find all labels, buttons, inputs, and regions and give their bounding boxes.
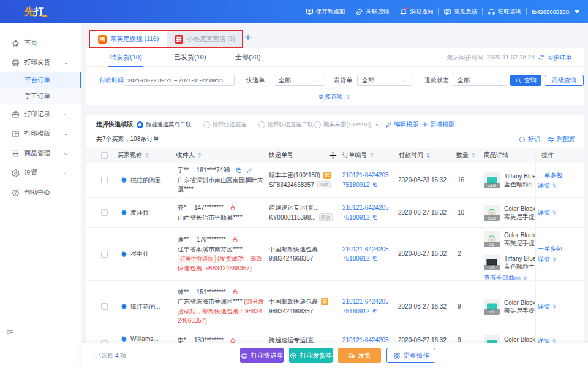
topbar-item-保存到桌面[interactable]: 保存到桌面 bbox=[306, 8, 345, 16]
refund-status-select[interactable]: 全部 bbox=[453, 75, 507, 86]
sidebar-item-帮助中心[interactable]: 帮助中心 bbox=[0, 183, 81, 202]
copy-order-button[interactable] bbox=[372, 256, 378, 261]
sync-orders-button[interactable]: 同步订单 bbox=[538, 53, 571, 62]
column-header-付款时间[interactable]: 付款时间 bbox=[399, 148, 430, 163]
copy-order-button[interactable] bbox=[372, 309, 378, 314]
add-shop-button[interactable] bbox=[244, 34, 254, 44]
template-radio-德邦快递直连二联[interactable]: 德邦快递直连二联 bbox=[258, 120, 313, 129]
template-radio-跨越速运菜鸟二联[interactable]: 跨越速运菜鸟二联 bbox=[137, 120, 191, 129]
column-header-买家昵称[interactable]: 买家昵称 bbox=[118, 148, 149, 163]
topbar-item-旺旺咨询[interactable]: 旺旺咨询 bbox=[488, 8, 521, 16]
footer-button-打印发货单[interactable]: 打印发货单 bbox=[289, 348, 333, 363]
express-number: 9883424668357 bbox=[269, 307, 341, 316]
order-number-link[interactable]: 75180912 bbox=[342, 254, 398, 264]
express-number: KY0000115398...回收 bbox=[269, 213, 341, 223]
add-template-button[interactable]: 新增模版 bbox=[422, 120, 454, 129]
edit-template-button[interactable]: 编辑模版 bbox=[385, 120, 418, 129]
chevron-down-icon-wrap[interactable] bbox=[375, 122, 380, 128]
shop-tab-小维尼直营店 (6)[interactable]: 拼小维尼直营店 (6) bbox=[167, 31, 243, 48]
topbar-item-关联店铺[interactable]: 关联店铺 bbox=[355, 8, 389, 16]
sort-icon[interactable] bbox=[426, 153, 430, 158]
checkbox[interactable] bbox=[101, 209, 108, 216]
sort-icon[interactable] bbox=[145, 153, 149, 158]
query-button[interactable]: 查询 bbox=[510, 75, 541, 86]
footer-button-更多操作[interactable]: 更多操作 bbox=[386, 348, 435, 363]
copy-order-button[interactable] bbox=[372, 215, 378, 220]
order-tab-已发货(10)[interactable]: 已发货(10) bbox=[174, 48, 206, 67]
radio-unchecked[interactable] bbox=[203, 121, 210, 128]
topbar-menu: 保存到桌面关联店铺消息通知意见反馈旺旺咨询tb4265668158 bbox=[306, 0, 579, 23]
op-详情[interactable]: 详情 bbox=[538, 254, 583, 264]
shop-tab-蒂芙尼旗舰 (116)[interactable]: 淘蒂芙尼旗舰 (116) bbox=[90, 31, 167, 48]
row-checkbox[interactable] bbox=[101, 281, 108, 332]
column-header-收件人[interactable]: 收件人 bbox=[176, 148, 202, 163]
footer-button-打印快递单[interactable]: 打印快递单 bbox=[240, 348, 284, 363]
selected-count-info: 已选择4项 bbox=[95, 343, 127, 368]
order-number-link[interactable]: 210121-6424205 bbox=[342, 203, 398, 213]
topbar-item-意见反馈[interactable]: 意见反馈 bbox=[443, 8, 477, 16]
row-checkbox[interactable] bbox=[101, 198, 108, 227]
column-header-数量[interactable]: 数量 bbox=[456, 148, 475, 163]
template-radio-德邦快递直连[interactable]: 德邦快递直连 bbox=[203, 120, 247, 129]
sidebar-subitem-平台订单[interactable]: 平台订单 bbox=[0, 72, 81, 88]
op-详情[interactable]: 详情 bbox=[538, 180, 583, 191]
order-number-link[interactable]: 210121-6424205 bbox=[342, 171, 398, 180]
column-config-button[interactable]: 列配置 bbox=[548, 134, 575, 144]
row-checkbox[interactable] bbox=[101, 228, 108, 280]
sidebar-item-首页[interactable]: 首页 bbox=[0, 33, 81, 53]
checkbox[interactable] bbox=[101, 251, 108, 258]
product-name: Color Block蒂芙尼手提 bbox=[504, 205, 535, 221]
row-checkbox[interactable] bbox=[101, 163, 108, 197]
sidebar-item-打印记录[interactable]: 打印记录 bbox=[0, 104, 81, 124]
topbar-item-消息通知[interactable]: 消息通知 bbox=[399, 8, 433, 16]
sort-icon[interactable] bbox=[472, 153, 475, 158]
express-select[interactable]: 全部 bbox=[274, 75, 325, 86]
column-header-订单编号[interactable]: 订单编号 bbox=[342, 148, 374, 163]
chevron-down-icon-wrap bbox=[63, 151, 69, 157]
copy-icon bbox=[236, 167, 242, 174]
dchev-icon bbox=[552, 304, 557, 309]
mark-button[interactable]: 标识 bbox=[519, 134, 540, 144]
footer-button-发货[interactable]: 发货 bbox=[338, 348, 381, 363]
sidebar-item-打印模版[interactable]: 打印模版 bbox=[0, 124, 81, 144]
pay-time-range-input[interactable]: 2021-01-22 09:21 – 2021-01-22 09:21 bbox=[124, 75, 235, 86]
recipient-actions[interactable] bbox=[236, 167, 252, 174]
sliders-icon bbox=[548, 136, 554, 143]
invoice-select[interactable]: 全部 bbox=[357, 75, 412, 86]
order-tab-待发货(10)[interactable]: 待发货(10) bbox=[110, 48, 142, 67]
radio-checked[interactable] bbox=[137, 121, 143, 128]
ops-cell: 一单多包详情 bbox=[538, 228, 583, 280]
template-radio-顺丰丰密(100*210)[interactable]: 顺丰丰密(100*210) bbox=[314, 120, 380, 129]
topbar-item-account[interactable]: tb4265668158 bbox=[532, 9, 579, 15]
order-number-link[interactable]: 75180912 bbox=[342, 180, 398, 190]
copy-order-button[interactable] bbox=[372, 182, 378, 188]
op-详情[interactable]: 详情 bbox=[538, 207, 583, 218]
op-一单多包[interactable]: 一单多包 bbox=[538, 243, 583, 254]
sort-icon[interactable] bbox=[370, 153, 374, 158]
select-all-checkbox[interactable] bbox=[101, 148, 108, 163]
order-tab-全部(20)[interactable]: 全部(20) bbox=[235, 48, 261, 67]
sidebar-subitem-手工订单[interactable]: 手工订单 bbox=[0, 88, 81, 104]
op-详情[interactable]: 详情 bbox=[538, 301, 583, 312]
order-number-link[interactable]: 75180912 bbox=[342, 213, 398, 223]
sort-icon[interactable] bbox=[198, 153, 202, 158]
product-count-badge: x1 bbox=[484, 265, 500, 270]
sidebar-item-打印发货[interactable]: 打印发货 bbox=[0, 53, 81, 72]
plus-icon-wrap bbox=[422, 121, 428, 128]
order-number-link[interactable]: 210121-6424205 bbox=[342, 245, 398, 255]
checkbox[interactable] bbox=[101, 303, 108, 310]
advanced-query-button[interactable]: 高级查询 bbox=[545, 75, 584, 86]
checkbox[interactable] bbox=[101, 152, 108, 159]
collapse-sidebar-icon[interactable] bbox=[6, 329, 14, 336]
radio-unchecked[interactable] bbox=[314, 121, 321, 128]
order-number-link[interactable]: 210121-6424205 bbox=[342, 297, 398, 307]
sidebar-item-设置[interactable]: 设置 bbox=[0, 163, 81, 183]
order-number-link[interactable]: 75180912 bbox=[342, 307, 398, 316]
sidebar-item-商品管理[interactable]: 商品管理 bbox=[0, 144, 81, 163]
radio-unchecked[interactable] bbox=[258, 121, 265, 128]
count-row: 共7个买家，108条订单 标识 列配置 bbox=[86, 134, 584, 144]
op-一单多包[interactable]: 一单多包 bbox=[538, 170, 583, 180]
more-options-button[interactable]: 更多选项 bbox=[86, 92, 584, 102]
sidebar-submenu: 平台订单手工订单 bbox=[0, 72, 81, 104]
checkbox[interactable] bbox=[101, 177, 108, 183]
